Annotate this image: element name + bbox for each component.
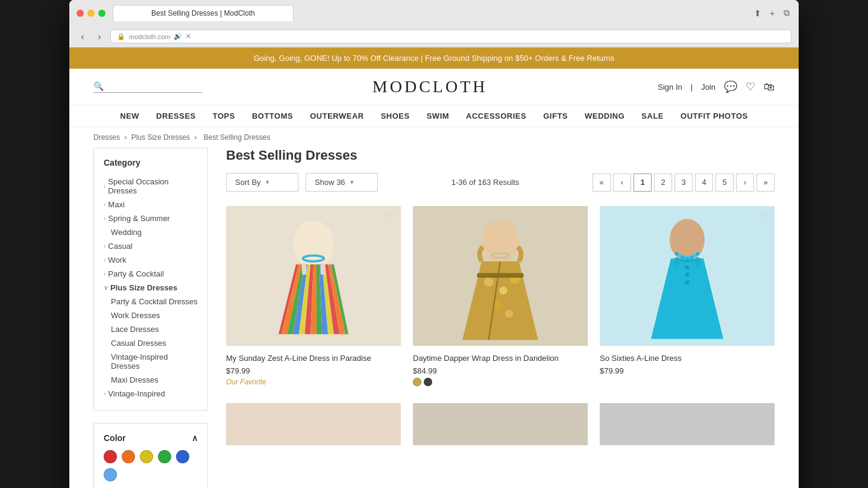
color-swatch-yellow[interactable]	[140, 450, 153, 463]
sidebar-item-plus-casual[interactable]: Casual Dresses	[104, 336, 198, 350]
nav-accessories[interactable]: ACCESSORIES	[466, 111, 526, 120]
sidebar-item-plus-lace[interactable]: Lace Dresses	[104, 322, 198, 336]
pagination-page-2[interactable]: 2	[654, 174, 672, 192]
svg-point-11	[505, 310, 514, 318]
product-card-6[interactable]	[600, 403, 775, 445]
breadcrumb-plus-size[interactable]: Plus Size Dresses	[131, 133, 190, 142]
browser-window: Best Selling Dresses | ModCloth ⬆ + ⧉ ‹ …	[69, 0, 799, 488]
svg-point-26	[696, 252, 700, 255]
sidebar-item-casual[interactable]: › Casual	[104, 239, 198, 253]
breadcrumb: Dresses › Plus Size Dresses › Best Selli…	[69, 127, 799, 148]
sidebar-item-plus-party[interactable]: Party & Cocktail Dresses	[104, 295, 198, 308]
category-header: Category	[104, 158, 198, 167]
pagination-prev[interactable]: ‹	[613, 174, 631, 192]
sidebar-item-maxi[interactable]: › Maxi	[104, 198, 198, 211]
color-dot-dark	[424, 378, 432, 386]
nav-new[interactable]: NEW	[120, 111, 139, 120]
site-logo[interactable]: MODCLOTH	[202, 77, 658, 96]
close-button[interactable]	[77, 10, 84, 17]
nav-shoes[interactable]: SHOES	[381, 111, 410, 120]
pagination-page-1[interactable]: 1	[634, 174, 652, 192]
search-bar[interactable]: 🔍	[93, 81, 202, 93]
chevron-right-icon: ›	[104, 243, 105, 249]
product-card-1[interactable]: My Sunday Zest A-Line Dress in Paradise …	[226, 204, 401, 391]
lock-icon: 🔒	[117, 33, 125, 40]
color-section: Color ∧	[93, 423, 208, 488]
nav-sale[interactable]: SALE	[641, 111, 664, 120]
breadcrumb-dresses[interactable]: Dresses	[93, 133, 120, 142]
color-swatch-green[interactable]	[158, 450, 171, 463]
product-price-2: $84.99	[413, 366, 588, 375]
new-tab-icon[interactable]: +	[767, 8, 777, 18]
pagination-page-4[interactable]: 4	[695, 174, 713, 192]
controls-bar: Sort By ▾ Show 36 ▾ 1-36 of 163 Results …	[226, 173, 775, 192]
product-card-2[interactable]: Daytime Dapper Wrap Dress in Dandelion $…	[413, 204, 588, 391]
chevron-right-icon: ›	[104, 215, 105, 222]
sidebar-item-wedding[interactable]: Wedding	[104, 225, 198, 239]
product-info-2: Daytime Dapper Wrap Dress in Dandelion $…	[413, 348, 588, 391]
sign-in-link[interactable]: Sign In	[658, 83, 682, 92]
pagination-first[interactable]: «	[593, 174, 611, 192]
chat-icon[interactable]: 💬	[724, 80, 737, 93]
sidebar-item-special-occasion[interactable]: › Special Occasion Dresses	[104, 175, 198, 198]
color-swatch-red[interactable]	[104, 450, 117, 463]
product-image-2	[413, 204, 588, 348]
nav-dresses[interactable]: DRESSES	[156, 111, 196, 120]
back-button[interactable]: ‹	[77, 31, 89, 43]
pagination-page-3[interactable]: 3	[675, 174, 693, 192]
show-count-dropdown[interactable]: Show 36 ▾	[306, 173, 378, 192]
color-swatch-orange[interactable]	[122, 450, 135, 463]
product-card-4[interactable]	[226, 403, 401, 445]
nav-wedding[interactable]: WEDDING	[585, 111, 624, 120]
svg-point-22	[675, 252, 679, 255]
address-bar[interactable]: 🔒 modcloth.com 🔊 ✕	[110, 30, 791, 43]
sidebar-item-party-cocktail[interactable]: › Party & Cocktail	[104, 267, 198, 281]
svg-rect-3	[321, 263, 326, 275]
forward-button[interactable]: ›	[93, 31, 105, 43]
sidebar-item-vintage-inspired[interactable]: › Vintage-Inspired	[104, 387, 198, 401]
nav-swim[interactable]: SWIM	[427, 111, 449, 120]
cart-icon[interactable]: 🛍	[764, 81, 775, 93]
audio-icon: 🔊	[174, 33, 182, 40]
pagination-next[interactable]: ›	[736, 174, 754, 192]
category-section: Category › Special Occasion Dresses › Ma…	[93, 148, 208, 411]
window-icon[interactable]: ⧉	[782, 8, 791, 18]
sidebar-item-plus-vintage[interactable]: Vintage-Inspired Dresses	[104, 350, 198, 373]
product-price-3: $79.99	[600, 366, 775, 375]
sidebar-item-plus-maxi[interactable]: Maxi Dresses	[104, 373, 198, 387]
sidebar-item-work[interactable]: › Work	[104, 253, 198, 267]
pagination-last[interactable]: »	[756, 174, 775, 192]
breadcrumb-current: Best Selling Dresses	[204, 133, 271, 142]
sidebar-item-plus-size[interactable]: ∨ Plus Size Dresses	[104, 281, 198, 295]
product-name-2: Daytime Dapper Wrap Dress in Dandelion	[413, 353, 588, 364]
product-wishlist-3[interactable]: ♡	[759, 210, 769, 223]
nav-gifts[interactable]: GIFTS	[543, 111, 568, 120]
sidebar-item-spring-summer[interactable]: › Spring & Summer	[104, 211, 198, 225]
search-input[interactable]	[104, 81, 188, 90]
close-tab-icon: ✕	[186, 33, 191, 40]
nav-outfit-photos[interactable]: OUTFIT PHOTOS	[681, 111, 748, 120]
product-card-3[interactable]: So Sixties A-Line Dress $79.99 ♡	[600, 204, 775, 391]
sidebar-item-plus-work[interactable]: Work Dresses	[104, 308, 198, 322]
product-card-5[interactable]	[413, 403, 588, 445]
pagination-page-5[interactable]: 5	[715, 174, 734, 192]
nav-bottoms[interactable]: BOTTOMS	[252, 111, 293, 120]
nav-tops[interactable]: TOPS	[213, 111, 235, 120]
product-wishlist-2[interactable]: ♡	[572, 210, 582, 223]
chevron-right-icon: ›	[104, 201, 105, 208]
search-icon: 🔍	[93, 81, 104, 91]
color-collapse-icon[interactable]: ∧	[192, 433, 198, 443]
minimize-button[interactable]	[87, 10, 95, 17]
sort-by-dropdown[interactable]: Sort By ▾	[226, 173, 298, 192]
maximize-button[interactable]	[98, 10, 105, 17]
color-swatch-light-blue[interactable]	[104, 468, 117, 481]
share-icon[interactable]: ⬆	[753, 8, 763, 18]
nav-outerwear[interactable]: OUTERWEAR	[310, 111, 363, 120]
browser-tab[interactable]: Best Selling Dresses | ModCloth	[113, 5, 294, 21]
svg-rect-12	[477, 273, 523, 278]
wishlist-icon[interactable]: ♡	[746, 80, 755, 93]
product-wishlist-1[interactable]: ♡	[385, 210, 395, 223]
color-swatch-blue[interactable]	[176, 450, 189, 463]
join-link[interactable]: Join	[701, 83, 715, 92]
svg-point-8	[499, 286, 508, 295]
